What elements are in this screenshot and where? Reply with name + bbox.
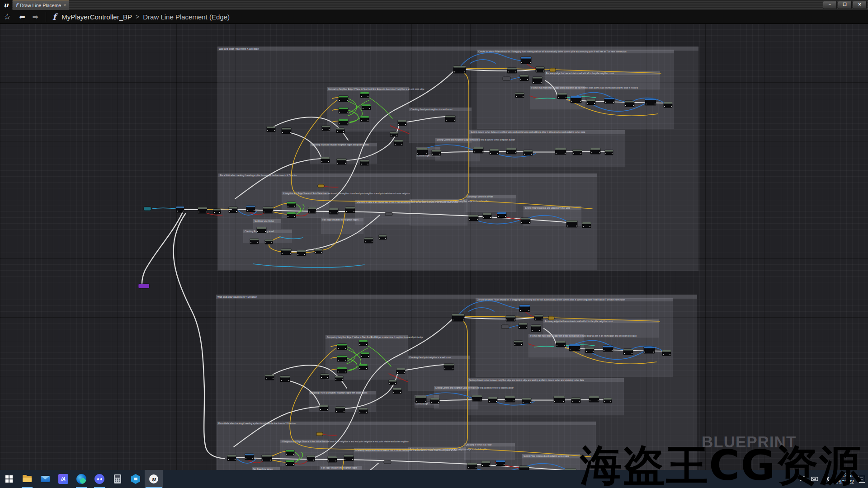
taskbar-icon-hex-app[interactable] [127,470,145,488]
chevron-right-icon: > [136,13,139,20]
function-icon: f [52,12,56,22]
back-button[interactable]: ⬅ [19,13,25,21]
function-icon: f [15,2,18,9]
graph-toolbar: ☆ ⬅ ➡ f MyPlayerController_BP > Draw Lin… [0,10,868,24]
site-watermark: 海盗王CG资源 [580,437,862,488]
tab-draw-line-placement[interactable]: f Draw Line Placeme × [13,0,69,10]
forward-button[interactable]: ➡ [33,13,38,21]
toolbar-separator [46,12,46,22]
taskbar-icon-start[interactable] [0,470,18,488]
screen: BLUEPRINT Wall and pillar Placement X Di… [0,0,868,488]
taskbar-icon-explorer[interactable] [18,470,36,488]
window-titlebar[interactable]: u f Draw Line Placeme × – ❐ ✕ [0,0,868,10]
unreal-logo-icon: u [0,0,12,10]
tab-title: Draw Line Placeme [20,3,61,8]
taskbar-icon-edge[interactable] [72,470,90,488]
taskbar-icon-affinity[interactable]: /A [54,470,72,488]
taskbar-icon-calculator[interactable] [108,470,127,488]
breadcrumb-current[interactable]: Draw Line Placement (Edge) [143,13,230,21]
close-button[interactable]: ✕ [853,1,867,9]
minimize-button[interactable]: – [823,1,837,9]
restore-button[interactable]: ❐ [838,1,852,9]
blueprint-graph-canvas[interactable] [0,23,868,470]
taskbar-icon-discord[interactable] [90,470,108,488]
taskbar-icon-unreal[interactable]: u [145,470,163,488]
taskbar-icon-mail[interactable] [36,470,54,488]
favorite-star-icon[interactable]: ☆ [4,12,11,22]
breadcrumb-parent[interactable]: MyPlayerController_BP [61,13,132,21]
tab-close-icon[interactable]: × [63,3,66,8]
